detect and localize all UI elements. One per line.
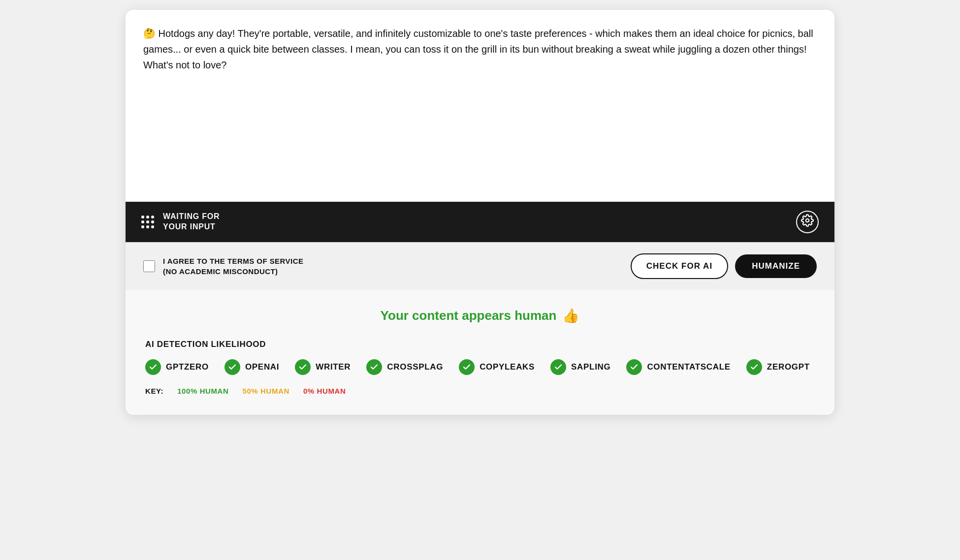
- content-text: 🤔 Hotdogs any day! They're portable, ver…: [143, 26, 817, 73]
- detector-item-openai: OPENAI: [224, 359, 279, 375]
- check-circle-writer: [295, 359, 311, 375]
- key-0-human: 0% HUMAN: [303, 387, 346, 395]
- detector-name-copyleaks: COPYLEAKS: [480, 362, 535, 372]
- detector-name-openai: OPENAI: [245, 362, 279, 372]
- detector-name-writer: WRITER: [316, 362, 351, 372]
- check-for-ai-button[interactable]: CHECK FOR AI: [631, 253, 728, 279]
- detector-name-crossplag: CROSSPLAG: [387, 362, 443, 372]
- gear-icon: [801, 214, 814, 230]
- detector-name-sapling: SAPLING: [571, 362, 610, 372]
- dot: [146, 216, 149, 218]
- detector-item-sapling: SAPLING: [550, 359, 610, 375]
- status-bar: WAITING FOR YOUR INPUT: [126, 202, 834, 242]
- text-area-section: 🤔 Hotdogs any day! They're portable, ver…: [126, 10, 834, 202]
- detector-item-zerogpt: ZEROGPT: [746, 359, 810, 375]
- dot: [151, 220, 154, 223]
- terms-text: I AGREE TO THE TERMS OF SERVICE (NO ACAD…: [163, 256, 303, 277]
- detector-item-copyleaks: COPYLEAKS: [459, 359, 535, 375]
- key-50-human: 50% HUMAN: [242, 387, 289, 395]
- thumbs-up-icon: 👍: [562, 308, 579, 324]
- check-circle-crossplag: [366, 359, 382, 375]
- check-circle-sapling: [550, 359, 566, 375]
- check-circle-zerogpt: [746, 359, 762, 375]
- check-circle-contentatscale: [626, 359, 642, 375]
- detection-section: AI DETECTION LIKELIHOOD GPTZERO: [143, 340, 817, 395]
- detector-item-writer: WRITER: [295, 359, 351, 375]
- svg-point-0: [806, 219, 809, 222]
- human-status-text: Your content appears human 👍: [381, 308, 580, 324]
- status-text: WAITING FOR YOUR INPUT: [163, 212, 220, 232]
- dot: [141, 220, 144, 223]
- dot: [151, 216, 154, 218]
- check-circle-gptzero: [145, 359, 161, 375]
- action-bar: I AGREE TO THE TERMS OF SERVICE (NO ACAD…: [126, 242, 834, 290]
- key-label: KEY:: [145, 387, 163, 395]
- dot: [146, 225, 149, 228]
- dot: [146, 220, 149, 223]
- detector-item-crossplag: CROSSPLAG: [366, 359, 443, 375]
- detector-item-gptzero: GPTZERO: [145, 359, 209, 375]
- check-circle-copyleaks: [459, 359, 475, 375]
- detector-item-contentatscale: CONTENTATSCALE: [626, 359, 730, 375]
- main-container: 🤔 Hotdogs any day! They're portable, ver…: [126, 10, 834, 415]
- detector-name-gptzero: GPTZERO: [166, 362, 209, 372]
- terms-left: I AGREE TO THE TERMS OF SERVICE (NO ACAD…: [143, 256, 303, 277]
- status-left: WAITING FOR YOUR INPUT: [141, 212, 220, 232]
- dot: [151, 225, 154, 228]
- check-circle-openai: [224, 359, 240, 375]
- detection-title: AI DETECTION LIKELIHOOD: [145, 340, 815, 349]
- detector-name-zerogpt: ZEROGPT: [767, 362, 810, 372]
- gear-button[interactable]: [796, 211, 819, 233]
- results-section: Your content appears human 👍 AI DETECTIO…: [126, 290, 834, 415]
- dots-grid-icon: [141, 216, 154, 228]
- dot: [141, 225, 144, 228]
- key-100-human: 100% HUMAN: [177, 387, 228, 395]
- dot: [141, 216, 144, 218]
- detector-name-contentatscale: CONTENTATSCALE: [647, 362, 730, 372]
- terms-checkbox[interactable]: [143, 260, 155, 272]
- detectors-row: GPTZERO OPENAI WRI: [145, 359, 815, 375]
- human-status: Your content appears human 👍: [143, 308, 817, 324]
- key-section: KEY: 100% HUMAN 50% HUMAN 0% HUMAN: [145, 387, 815, 395]
- humanize-button[interactable]: HUMANIZE: [735, 254, 817, 278]
- action-buttons: CHECK FOR AI HUMANIZE: [631, 253, 817, 279]
